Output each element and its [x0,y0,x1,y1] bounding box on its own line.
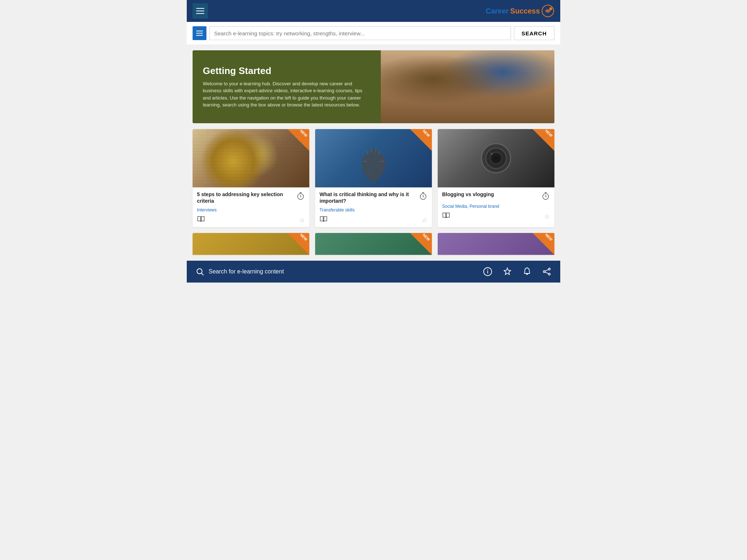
hero-banner: Getting Started Welcome to your e-learni… [193,50,554,123]
bottom-search-label: Search for e-learning content [209,268,284,275]
card-1-badge-text: NEW [299,129,308,138]
svg-point-23 [543,271,545,273]
search-menu-line-2 [196,33,203,34]
card-1-body: 5 steps to addressing key selection crit… [193,187,309,227]
card-3-book-icon [442,212,450,221]
card-3-image: NEW [438,129,554,187]
card-1-footer: ☆ [197,216,305,224]
card-3-timer-icon [541,192,550,201]
bottom-search-area[interactable]: Search for e-learning content [196,267,284,276]
card-2-tags: Transferable skills [320,206,427,213]
card-6-partial[interactable]: NEW [438,233,554,255]
search-bar-container: SEARCH [187,22,560,44]
bottom-info-icon[interactable] [483,267,492,276]
content-area: NEW 5 steps to addressing key selection … [187,129,560,261]
search-menu-button[interactable] [193,26,206,40]
card-3-title-row: Blogging vs vlogging [442,191,550,201]
top-navigation: CareerSuccess [187,0,560,22]
svg-point-14 [491,153,493,155]
bottom-bell-icon[interactable] [522,267,532,276]
svg-point-13 [493,155,499,161]
card-4-partial[interactable]: NEW [193,233,309,255]
cards-grid-row2: NEW NEW NEW [193,233,554,255]
card-3-title: Blogging vs vlogging [442,191,538,198]
card-3-tags: Social Media, Personal brand [442,203,550,209]
search-menu-line-3 [196,35,203,36]
svg-point-22 [549,268,550,270]
card-1-image: NEW [193,129,309,187]
cards-grid-row1: NEW 5 steps to addressing key selection … [193,129,554,227]
bottom-icons-area [483,267,551,276]
svg-point-20 [488,270,488,270]
card-3-body: Blogging vs vlogging Social Media, Perso… [438,187,554,223]
logo-success-text: Success [510,7,540,15]
logo-career-text: Career [485,7,508,15]
card-1-timer-icon [296,192,305,201]
bottom-search-icon [196,267,204,276]
svg-line-17 [202,273,204,276]
logo: CareerSuccess [485,4,554,18]
hamburger-menu-button[interactable] [193,3,208,19]
card-2-footer: ☆ [320,216,427,224]
svg-line-25 [545,270,548,272]
card-3[interactable]: NEW Blogging vs vlogging [438,129,554,227]
card-2-title-row: What is critical thinking and why is it … [320,191,427,204]
card-3-favorite-icon[interactable]: ☆ [544,213,550,221]
card-2[interactable]: NEW What is critical thinking and why is… [315,129,432,227]
card-3-tag[interactable]: Social Media, Personal brand [442,204,499,209]
search-menu-line-1 [196,31,203,31]
card-3-footer: ☆ [442,212,550,221]
card-1-title: 5 steps to addressing key selection crit… [197,191,293,204]
bottom-star-icon[interactable] [503,267,512,276]
hero-image [381,50,554,123]
hero-description: Welcome to your e-learning hub. Discover… [203,80,371,109]
card-2-image: NEW [315,129,432,187]
card-1-tag[interactable]: Interviews [197,207,217,213]
card-1[interactable]: NEW 5 steps to addressing key selection … [193,129,309,227]
card-2-title: What is critical thinking and why is it … [320,191,416,204]
brain-svg [359,144,388,187]
search-input[interactable] [209,26,511,40]
hamburger-line-1 [196,8,204,9]
card-2-favorite-icon[interactable]: ☆ [422,216,427,224]
card-2-body: What is critical thinking and why is it … [315,187,432,227]
hamburger-line-2 [196,11,204,11]
bottom-navigation: Search for e-learning content [187,261,560,283]
card-1-book-icon [197,216,205,224]
card-5-partial[interactable]: NEW [315,233,432,255]
camera-svg [478,140,514,176]
search-button[interactable]: SEARCH [514,26,554,40]
svg-point-16 [197,269,202,274]
logo-icon [541,4,554,18]
hero-title: Getting Started [203,65,371,77]
hero-text-area: Getting Started Welcome to your e-learni… [193,50,381,123]
card-1-title-row: 5 steps to addressing key selection crit… [197,191,305,204]
card-2-new-badge [410,129,432,151]
card-2-timer-icon [419,192,427,201]
card-3-new-badge [533,129,554,151]
hamburger-line-3 [196,13,204,14]
card-2-book-icon [320,216,328,224]
svg-line-26 [545,272,548,274]
card-1-favorite-icon[interactable]: ☆ [299,216,305,224]
bottom-share-icon[interactable] [542,267,551,276]
hero-image-visual [381,50,554,123]
svg-point-1 [549,7,552,10]
card-1-tags: Interviews [197,206,305,213]
card-1-new-badge [287,129,309,151]
card-2-tag[interactable]: Transferable skills [320,207,355,213]
svg-point-24 [549,273,550,275]
